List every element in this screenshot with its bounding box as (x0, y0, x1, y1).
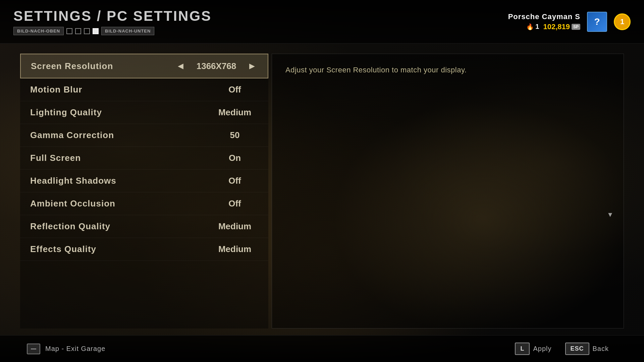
setting-row-7[interactable]: Reflection QualityMedium (20, 215, 268, 238)
apply-key: L (515, 343, 530, 355)
tab-dot-2 (75, 28, 81, 34)
bottom-left: — Map - Exit Garage (27, 344, 105, 354)
main-content: Screen Resolution◀1366X768▶Motion BlurOf… (0, 47, 644, 335)
tab-left[interactable]: BILD-NACH-OBEN (13, 27, 64, 35)
top-bar: SETTINGS / PC SETTINGS BILD-NACH-OBEN BI… (0, 0, 644, 44)
setting-row-3[interactable]: Gamma Correction50 (20, 124, 268, 147)
currency-value: 102,819 (543, 22, 570, 31)
flame-stat: 🔥 1 (526, 23, 539, 31)
setting-value-6: Off (211, 198, 258, 209)
info-panel: Adjust your Screen Resolution to match y… (272, 54, 624, 328)
setting-label-3: Gamma Correction (30, 130, 114, 140)
setting-value-8: Medium (211, 244, 258, 254)
setting-row-1[interactable]: Motion BlurOff (20, 78, 268, 101)
title-sub: PC SETTINGS (107, 8, 212, 24)
setting-row-6[interactable]: Ambient OcclusionOff (20, 192, 268, 215)
setting-label-2: Lighting Quality (30, 107, 102, 118)
setting-label-7: Reflection Quality (30, 221, 110, 232)
tab-right[interactable]: BILD-NACH-UNTEN (101, 27, 154, 35)
info-panel-content: Adjust your Screen Resolution to match y… (285, 64, 610, 76)
back-button[interactable]: ESC Back (565, 343, 617, 355)
profile-icon[interactable]: ? (587, 12, 607, 32)
tabs-row: BILD-NACH-OBEN BILD-NACH-UNTEN (13, 27, 212, 35)
setting-value-3: 50 (211, 130, 258, 140)
setting-value-container-6: Off (211, 198, 258, 209)
setting-value-0: 1366X768 (193, 61, 240, 71)
currency-stat: 102,819 SP (543, 22, 580, 31)
setting-value-container-5: Off (211, 176, 258, 186)
setting-value-container-4: On (211, 153, 258, 163)
setting-value-container-1: Off (211, 84, 258, 95)
sp-badge: SP (572, 24, 580, 30)
info-text: Adjust your Screen Resolution to match y… (285, 64, 610, 76)
car-stats: 🔥 1 102,819 SP (508, 22, 580, 31)
setting-value-container-0: ◀1366X768▶ (175, 60, 258, 72)
apply-button[interactable]: L Apply (515, 343, 560, 355)
hud-right: Porsche Cayman S 🔥 1 102,819 SP ? 1 (508, 12, 631, 32)
setting-value-2: Medium (211, 107, 258, 118)
setting-value-container-8: Medium (211, 244, 258, 254)
map-key-label: Map - Exit Garage (45, 345, 105, 353)
tab-dot-3 (84, 28, 90, 34)
setting-value-4: On (211, 153, 258, 163)
setting-row-5[interactable]: Headlight ShadowsOff (20, 170, 268, 192)
back-label: Back (593, 345, 609, 353)
title-section: SETTINGS / PC SETTINGS BILD-NACH-OBEN BI… (13, 8, 212, 35)
bottom-bar: — Map - Exit Garage L Apply ESC Back (0, 335, 644, 362)
setting-value-container-3: 50 (211, 130, 258, 140)
apply-label: Apply (533, 345, 551, 353)
flame-icon: 🔥 (526, 23, 534, 31)
back-key: ESC (565, 343, 589, 355)
tab-dot-4 (93, 28, 99, 34)
car-name: Porsche Cayman S (508, 12, 580, 21)
map-key-icon: — (27, 344, 40, 354)
level-badge: 1 (614, 13, 631, 30)
setting-label-5: Headlight Shadows (30, 176, 116, 186)
title-main: SETTINGS (13, 8, 92, 24)
setting-label-0: Screen Resolution (31, 61, 113, 71)
setting-value-container-2: Medium (211, 107, 258, 118)
setting-label-8: Effects Quality (30, 244, 96, 254)
setting-row-4[interactable]: Full ScreenOn (20, 147, 268, 170)
car-info: Porsche Cayman S 🔥 1 102,819 SP (508, 12, 580, 31)
info-panel-bg (272, 54, 624, 328)
setting-row-8[interactable]: Effects QualityMedium (20, 238, 268, 261)
flame-count: 1 (535, 23, 539, 31)
setting-value-1: Off (211, 84, 258, 95)
arrow-right-0[interactable]: ▶ (247, 60, 258, 72)
arrow-left-0[interactable]: ◀ (175, 60, 186, 72)
settings-panel: Screen Resolution◀1366X768▶Motion BlurOf… (20, 54, 268, 328)
setting-value-container-7: Medium (211, 221, 258, 232)
setting-label-6: Ambient Occlusion (30, 198, 115, 209)
setting-row-0[interactable]: Screen Resolution◀1366X768▶ (20, 54, 268, 78)
setting-label-4: Full Screen (30, 153, 81, 163)
setting-label-1: Motion Blur (30, 84, 82, 95)
setting-value-7: Medium (211, 221, 258, 232)
setting-value-5: Off (211, 176, 258, 186)
page-title: SETTINGS / PC SETTINGS (13, 8, 212, 24)
title-separator: / (92, 8, 107, 24)
tab-dot-1 (66, 28, 72, 34)
scroll-indicator: ▼ (607, 211, 613, 219)
setting-row-2[interactable]: Lighting QualityMedium (20, 101, 268, 124)
bottom-right: L Apply ESC Back (515, 343, 617, 355)
